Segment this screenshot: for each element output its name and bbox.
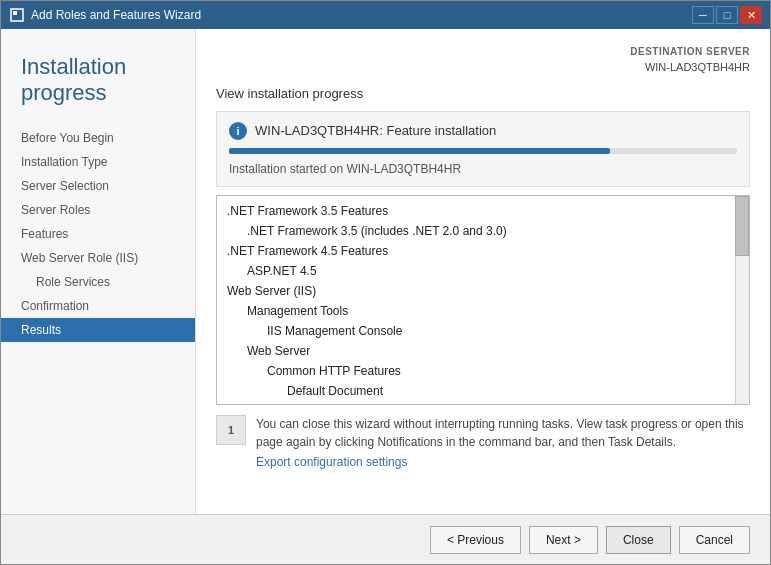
- feature-item: .NET Framework 4.5 Features: [217, 241, 749, 261]
- content-area: Installation progress Before You BeginIn…: [1, 29, 770, 514]
- feature-item: .NET Framework 3.5 (includes .NET 2.0 an…: [217, 221, 749, 241]
- progress-started: Installation started on WIN-LAD3QTBH4HR: [229, 162, 737, 176]
- feature-item: Web Server (IIS): [217, 281, 749, 301]
- sidebar-item-server-roles[interactable]: Server Roles: [1, 198, 195, 222]
- progress-section: i WIN-LAD3QTBH4HR: Feature installation …: [216, 111, 750, 187]
- svg-rect-1: [13, 11, 17, 15]
- close-window-button[interactable]: ✕: [740, 6, 762, 24]
- sidebar-item-installation-type[interactable]: Installation Type: [1, 150, 195, 174]
- info-icon: i: [229, 122, 247, 140]
- sidebar-item-role-services[interactable]: Role Services: [1, 270, 195, 294]
- destination-label: DESTINATION SERVER: [630, 44, 750, 59]
- scrollbar-track[interactable]: [735, 196, 749, 404]
- sidebar-item-server-selection[interactable]: Server Selection: [1, 174, 195, 198]
- features-list: .NET Framework 3.5 Features.NET Framewor…: [217, 196, 749, 405]
- sidebar-item-results[interactable]: Results: [1, 318, 195, 342]
- sidebar: Installation progress Before You BeginIn…: [1, 29, 196, 514]
- feature-item: .NET Framework 3.5 Features: [217, 201, 749, 221]
- sidebar-nav: Before You BeginInstallation TypeServer …: [1, 126, 195, 342]
- view-progress-label: View installation progress: [216, 86, 750, 101]
- title-bar-left: Add Roles and Features Wizard: [9, 7, 201, 23]
- title-bar: Add Roles and Features Wizard ─ □ ✕: [1, 1, 770, 29]
- footer: < Previous Next > Close Cancel: [1, 514, 770, 564]
- feature-item: Directory Browsing: [217, 401, 749, 405]
- sidebar-item-before-you-begin[interactable]: Before You Begin: [1, 126, 195, 150]
- feature-item: Common HTTP Features: [217, 361, 749, 381]
- minimize-button[interactable]: ─: [692, 6, 714, 24]
- window-title: Add Roles and Features Wizard: [31, 8, 201, 22]
- feature-item: IIS Management Console: [217, 321, 749, 341]
- close-button[interactable]: Close: [606, 526, 671, 554]
- notification-icon: 1: [216, 415, 246, 445]
- cancel-button[interactable]: Cancel: [679, 526, 750, 554]
- maximize-button[interactable]: □: [716, 6, 738, 24]
- feature-item: ASP.NET 4.5: [217, 261, 749, 281]
- progress-bar-fill: [229, 148, 610, 154]
- page-title: Installation progress: [21, 54, 175, 106]
- feature-item: Web Server: [217, 341, 749, 361]
- main-window: Add Roles and Features Wizard ─ □ ✕ Inst…: [0, 0, 771, 565]
- window-controls: ─ □ ✕: [692, 6, 762, 24]
- progress-bar-container: [229, 148, 737, 154]
- progress-message: WIN-LAD3QTBH4HR: Feature installation: [255, 123, 496, 138]
- features-list-container: .NET Framework 3.5 Features.NET Framewor…: [216, 195, 750, 405]
- notification-box: 1 You can close this wizard without inte…: [216, 415, 750, 474]
- next-button[interactable]: Next >: [529, 526, 598, 554]
- previous-button[interactable]: < Previous: [430, 526, 521, 554]
- export-link[interactable]: Export configuration settings: [256, 455, 407, 469]
- sidebar-item-features[interactable]: Features: [1, 222, 195, 246]
- feature-item: Management Tools: [217, 301, 749, 321]
- sidebar-item-web-server-role-(iis)[interactable]: Web Server Role (IIS): [1, 246, 195, 270]
- notification-text: You can close this wizard without interr…: [256, 415, 750, 451]
- feature-item: Default Document: [217, 381, 749, 401]
- notification-content: You can close this wizard without interr…: [256, 415, 750, 469]
- destination-server: DESTINATION SERVER WIN-LAD3QTBH4HR: [630, 44, 750, 76]
- main-content: DESTINATION SERVER WIN-LAD3QTBH4HR View …: [196, 29, 770, 514]
- app-icon: [9, 7, 25, 23]
- sidebar-item-confirmation[interactable]: Confirmation: [1, 294, 195, 318]
- destination-server-name: WIN-LAD3QTBH4HR: [630, 59, 750, 76]
- progress-row: i WIN-LAD3QTBH4HR: Feature installation: [229, 122, 737, 140]
- scrollbar-thumb[interactable]: [735, 196, 749, 256]
- sidebar-header: Installation progress: [1, 39, 195, 116]
